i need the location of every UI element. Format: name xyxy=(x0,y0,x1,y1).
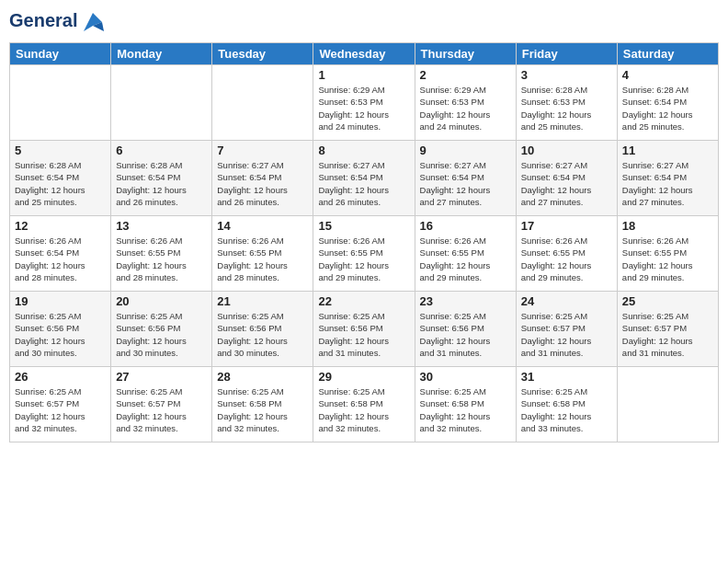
day-info: Sunrise: 6:25 AM Sunset: 6:57 PM Dayligh… xyxy=(622,310,713,359)
day-number: 12 xyxy=(15,219,106,233)
day-number: 23 xyxy=(420,294,511,308)
day-info: Sunrise: 6:25 AM Sunset: 6:58 PM Dayligh… xyxy=(420,385,511,434)
calendar-cell: 10Sunrise: 6:27 AM Sunset: 6:54 PM Dayli… xyxy=(516,141,617,216)
day-number: 17 xyxy=(521,219,612,233)
calendar-cell: 6Sunrise: 6:28 AM Sunset: 6:54 PM Daylig… xyxy=(111,141,212,216)
week-row-2: 5Sunrise: 6:28 AM Sunset: 6:54 PM Daylig… xyxy=(10,141,719,216)
day-info: Sunrise: 6:26 AM Sunset: 6:55 PM Dayligh… xyxy=(217,235,308,283)
day-info: Sunrise: 6:26 AM Sunset: 6:55 PM Dayligh… xyxy=(116,235,207,283)
calendar-cell: 29Sunrise: 6:25 AM Sunset: 6:58 PM Dayli… xyxy=(313,367,415,442)
day-info: Sunrise: 6:25 AM Sunset: 6:56 PM Dayligh… xyxy=(217,310,308,359)
day-info: Sunrise: 6:25 AM Sunset: 6:56 PM Dayligh… xyxy=(116,310,207,359)
calendar-cell: 22Sunrise: 6:25 AM Sunset: 6:56 PM Dayli… xyxy=(313,292,415,367)
day-number: 3 xyxy=(521,68,612,82)
day-info: Sunrise: 6:26 AM Sunset: 6:54 PM Dayligh… xyxy=(15,235,106,283)
calendar-cell: 12Sunrise: 6:26 AM Sunset: 6:54 PM Dayli… xyxy=(10,216,111,292)
day-number: 26 xyxy=(15,370,106,384)
calendar-cell: 16Sunrise: 6:26 AM Sunset: 6:55 PM Dayli… xyxy=(415,216,516,292)
calendar-cell: 9Sunrise: 6:27 AM Sunset: 6:54 PM Daylig… xyxy=(415,141,516,216)
calendar-cell: 26Sunrise: 6:25 AM Sunset: 6:57 PM Dayli… xyxy=(10,367,111,442)
day-number: 8 xyxy=(318,144,409,157)
calendar-cell: 19Sunrise: 6:25 AM Sunset: 6:56 PM Dayli… xyxy=(10,292,111,367)
day-number: 19 xyxy=(15,294,106,308)
weekday-saturday: Saturday xyxy=(617,43,718,65)
day-info: Sunrise: 6:25 AM Sunset: 6:56 PM Dayligh… xyxy=(420,310,511,359)
day-number: 9 xyxy=(420,144,511,157)
day-info: Sunrise: 6:25 AM Sunset: 6:57 PM Dayligh… xyxy=(521,310,612,359)
calendar-cell: 23Sunrise: 6:25 AM Sunset: 6:56 PM Dayli… xyxy=(415,292,516,367)
logo-icon xyxy=(80,9,106,35)
day-number: 16 xyxy=(420,219,511,233)
day-number: 13 xyxy=(116,219,207,233)
day-number: 29 xyxy=(318,370,409,384)
weekday-header-row: SundayMondayTuesdayWednesdayThursdayFrid… xyxy=(10,43,719,65)
day-number: 31 xyxy=(521,370,612,384)
day-info: Sunrise: 6:27 AM Sunset: 6:54 PM Dayligh… xyxy=(217,159,308,208)
day-info: Sunrise: 6:25 AM Sunset: 6:57 PM Dayligh… xyxy=(116,385,207,434)
calendar-cell xyxy=(617,367,718,442)
header: General xyxy=(9,9,719,35)
calendar-cell: 30Sunrise: 6:25 AM Sunset: 6:58 PM Dayli… xyxy=(415,367,516,442)
day-info: Sunrise: 6:28 AM Sunset: 6:54 PM Dayligh… xyxy=(116,159,207,208)
calendar-cell: 1Sunrise: 6:29 AM Sunset: 6:53 PM Daylig… xyxy=(313,65,415,141)
weekday-thursday: Thursday xyxy=(415,43,516,65)
day-info: Sunrise: 6:27 AM Sunset: 6:54 PM Dayligh… xyxy=(622,159,713,208)
day-info: Sunrise: 6:28 AM Sunset: 6:54 PM Dayligh… xyxy=(622,84,713,132)
day-info: Sunrise: 6:27 AM Sunset: 6:54 PM Dayligh… xyxy=(420,159,511,208)
calendar-cell: 4Sunrise: 6:28 AM Sunset: 6:54 PM Daylig… xyxy=(617,65,718,141)
logo-general: General xyxy=(9,9,106,35)
calendar-cell: 14Sunrise: 6:26 AM Sunset: 6:55 PM Dayli… xyxy=(212,216,313,292)
day-number: 1 xyxy=(318,68,409,82)
day-info: Sunrise: 6:25 AM Sunset: 6:58 PM Dayligh… xyxy=(217,385,308,434)
day-info: Sunrise: 6:26 AM Sunset: 6:55 PM Dayligh… xyxy=(622,235,713,283)
calendar: SundayMondayTuesdayWednesdayThursdayFrid… xyxy=(9,42,719,442)
day-info: Sunrise: 6:25 AM Sunset: 6:58 PM Dayligh… xyxy=(318,385,409,434)
calendar-cell: 20Sunrise: 6:25 AM Sunset: 6:56 PM Dayli… xyxy=(111,292,212,367)
calendar-cell: 27Sunrise: 6:25 AM Sunset: 6:57 PM Dayli… xyxy=(111,367,212,442)
day-number: 22 xyxy=(318,294,409,308)
day-info: Sunrise: 6:25 AM Sunset: 6:56 PM Dayligh… xyxy=(318,310,409,359)
calendar-cell: 5Sunrise: 6:28 AM Sunset: 6:54 PM Daylig… xyxy=(10,141,111,216)
calendar-cell: 24Sunrise: 6:25 AM Sunset: 6:57 PM Dayli… xyxy=(516,292,617,367)
day-number: 2 xyxy=(420,68,511,82)
day-number: 27 xyxy=(116,370,207,384)
day-info: Sunrise: 6:25 AM Sunset: 6:57 PM Dayligh… xyxy=(15,385,106,434)
calendar-cell: 8Sunrise: 6:27 AM Sunset: 6:54 PM Daylig… xyxy=(313,141,415,216)
day-number: 10 xyxy=(521,144,612,157)
day-number: 5 xyxy=(15,144,106,157)
logo: General xyxy=(9,9,106,35)
calendar-cell xyxy=(111,65,212,141)
day-number: 7 xyxy=(217,144,308,157)
week-row-1: 1Sunrise: 6:29 AM Sunset: 6:53 PM Daylig… xyxy=(10,65,719,141)
calendar-cell: 11Sunrise: 6:27 AM Sunset: 6:54 PM Dayli… xyxy=(617,141,718,216)
week-row-5: 26Sunrise: 6:25 AM Sunset: 6:57 PM Dayli… xyxy=(10,367,719,442)
calendar-cell: 13Sunrise: 6:26 AM Sunset: 6:55 PM Dayli… xyxy=(111,216,212,292)
weekday-tuesday: Tuesday xyxy=(212,43,313,65)
day-number: 15 xyxy=(318,219,409,233)
day-number: 24 xyxy=(521,294,612,308)
day-number: 28 xyxy=(217,370,308,384)
calendar-cell xyxy=(10,65,111,141)
calendar-cell: 21Sunrise: 6:25 AM Sunset: 6:56 PM Dayli… xyxy=(212,292,313,367)
page: General SundayMondayTuesdayWednesdayThur… xyxy=(0,0,728,563)
day-info: Sunrise: 6:29 AM Sunset: 6:53 PM Dayligh… xyxy=(420,84,511,132)
day-info: Sunrise: 6:28 AM Sunset: 6:53 PM Dayligh… xyxy=(521,84,612,132)
calendar-cell: 2Sunrise: 6:29 AM Sunset: 6:53 PM Daylig… xyxy=(415,65,516,141)
calendar-cell: 28Sunrise: 6:25 AM Sunset: 6:58 PM Dayli… xyxy=(212,367,313,442)
day-number: 18 xyxy=(622,219,713,233)
day-number: 20 xyxy=(116,294,207,308)
week-row-3: 12Sunrise: 6:26 AM Sunset: 6:54 PM Dayli… xyxy=(10,216,719,292)
weekday-friday: Friday xyxy=(516,43,617,65)
calendar-cell xyxy=(212,65,313,141)
calendar-cell: 31Sunrise: 6:25 AM Sunset: 6:58 PM Dayli… xyxy=(516,367,617,442)
day-number: 11 xyxy=(622,144,713,157)
day-info: Sunrise: 6:27 AM Sunset: 6:54 PM Dayligh… xyxy=(521,159,612,208)
calendar-cell: 15Sunrise: 6:26 AM Sunset: 6:55 PM Dayli… xyxy=(313,216,415,292)
day-info: Sunrise: 6:26 AM Sunset: 6:55 PM Dayligh… xyxy=(318,235,409,283)
weekday-monday: Monday xyxy=(111,43,212,65)
day-number: 4 xyxy=(622,68,713,82)
day-info: Sunrise: 6:26 AM Sunset: 6:55 PM Dayligh… xyxy=(521,235,612,283)
calendar-cell: 3Sunrise: 6:28 AM Sunset: 6:53 PM Daylig… xyxy=(516,65,617,141)
day-info: Sunrise: 6:26 AM Sunset: 6:55 PM Dayligh… xyxy=(420,235,511,283)
day-info: Sunrise: 6:28 AM Sunset: 6:54 PM Dayligh… xyxy=(15,159,106,208)
